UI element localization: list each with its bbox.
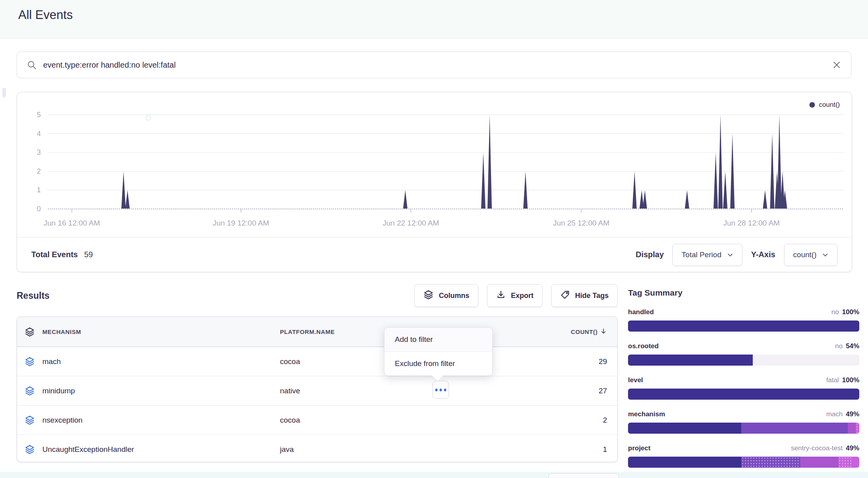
- svg-text:5: 5: [37, 111, 41, 119]
- platform-cell[interactable]: cocoa: [280, 416, 470, 425]
- tag-bar-segment[interactable]: [852, 457, 859, 468]
- tag-bar-segment[interactable]: [800, 457, 838, 468]
- row-actions-button[interactable]: [432, 381, 449, 399]
- tag-top-value: mach: [826, 410, 843, 418]
- search-input[interactable]: event.type:error handled:no level:fatal: [43, 61, 832, 70]
- tag-bar-segment[interactable]: [741, 423, 848, 434]
- display-label: Display: [636, 250, 664, 259]
- tag-entry-level: level fatal100%: [628, 376, 859, 400]
- count-cell: 27: [470, 387, 617, 395]
- button-label: Columns: [439, 292, 469, 300]
- tag-name: project: [628, 444, 651, 452]
- total-events-label: Total Events: [31, 250, 78, 259]
- tag-summary-title: Tag Summary: [628, 288, 859, 298]
- tag-bar-segment[interactable]: [628, 321, 859, 332]
- svg-text:Jun 28 12:00 AM: Jun 28 12:00 AM: [723, 219, 780, 227]
- svg-text:Jun 25 12:00 AM: Jun 25 12:00 AM: [553, 219, 609, 227]
- tag-bar-segment[interactable]: [628, 457, 741, 468]
- button-label: Export: [511, 292, 533, 300]
- chart-legend[interactable]: count(): [809, 101, 840, 109]
- search-icon: [27, 60, 37, 70]
- tag-entry-mechanism: mechanism mach49%: [628, 410, 859, 434]
- dot-icon: [435, 389, 438, 391]
- table-row[interactable]: mach cocoa 29: [17, 347, 617, 376]
- menu-item-add-to-filter[interactable]: Add to filter: [385, 328, 492, 352]
- tag-name: mechanism: [628, 410, 665, 418]
- mechanism-cell[interactable]: minidump: [42, 387, 280, 395]
- yaxis-label: Y-Axis: [751, 250, 775, 259]
- stack-icon[interactable]: [17, 327, 42, 337]
- context-menu: Add to filterExclude from filter: [384, 327, 493, 376]
- svg-text:Jun 19 12:00 AM: Jun 19 12:00 AM: [213, 219, 269, 227]
- stack-icon[interactable]: [17, 357, 42, 367]
- tag-name: handled: [628, 308, 654, 316]
- svg-text:Jun 22 12:00 AM: Jun 22 12:00 AM: [383, 219, 439, 227]
- tag-bar-segment[interactable]: [741, 457, 800, 468]
- total-events-value: 59: [84, 250, 93, 259]
- tag-bar: [628, 321, 859, 332]
- columns-button[interactable]: Columns: [414, 284, 478, 307]
- legend-label: count(): [819, 101, 840, 109]
- tag-top-value: sentry-cocoa-test: [791, 444, 843, 452]
- tag-bar-segment[interactable]: [848, 423, 856, 434]
- table-row[interactable]: minidump native 27: [17, 376, 617, 406]
- total-events: Total Events 59: [31, 250, 93, 259]
- chevron-down-icon: [727, 252, 733, 258]
- tag-bar-segment[interactable]: [628, 389, 859, 400]
- dot-icon: [440, 389, 442, 391]
- display-dropdown[interactable]: Total Period: [672, 244, 742, 266]
- column-header-mechanism[interactable]: MECHANISM: [42, 328, 280, 335]
- pagination[interactable]: [548, 473, 619, 478]
- tag-bar-segment[interactable]: [628, 355, 753, 366]
- platform-cell[interactable]: java: [280, 445, 470, 454]
- stack-icon[interactable]: [17, 415, 42, 425]
- results-actions: Columns Export Hide Tags: [414, 284, 618, 307]
- button-label: Hide Tags: [575, 292, 609, 300]
- yaxis-dropdown[interactable]: count(): [784, 244, 838, 266]
- bottom-band: [0, 472, 868, 478]
- stack-icon: [423, 290, 434, 302]
- chart-footer: Total Events 59 Display Total Period Y-A…: [17, 237, 852, 272]
- tag-bar-segment[interactable]: [856, 423, 859, 434]
- table-row[interactable]: UncaughtExceptionHandler java 1: [17, 435, 617, 462]
- tag-bar-segment[interactable]: [628, 423, 741, 434]
- tag-bar-segment[interactable]: [838, 457, 852, 468]
- tag-percent: 100%: [842, 308, 859, 316]
- stack-icon[interactable]: [17, 386, 42, 396]
- tag-entry-handled: handled no100%: [628, 308, 859, 332]
- count-cell: 1: [470, 445, 617, 454]
- mechanism-cell[interactable]: UncaughtExceptionHandler: [42, 445, 280, 454]
- events-chart-card: 012345Jun 16 12:00 AMJun 19 12:00 AMJun …: [17, 92, 852, 272]
- tag-summary: Tag Summary handled no100% os.rooted no5…: [628, 288, 859, 468]
- tag-percent: 54%: [846, 342, 859, 350]
- hide-tags-button[interactable]: Hide Tags: [551, 284, 618, 307]
- yaxis-value: count(): [793, 250, 817, 259]
- dot-icon: [444, 389, 446, 391]
- tag-bar: [628, 457, 859, 468]
- clear-search-icon[interactable]: [832, 60, 841, 70]
- page-title: All Events: [18, 8, 73, 22]
- count-cell: 2: [470, 416, 617, 425]
- tag-bar: [628, 423, 859, 434]
- tag-entry-os-rooted: os.rooted no54%: [628, 342, 859, 366]
- scroll-handle[interactable]: [2, 88, 6, 97]
- legend-dot-icon: [809, 102, 815, 108]
- chevron-down-icon: [822, 252, 828, 258]
- tag-name: level: [628, 376, 643, 384]
- tag-top-value: no: [832, 308, 839, 316]
- sort-desc-icon: [600, 328, 607, 336]
- table-row[interactable]: nsexception cocoa 2: [17, 406, 617, 435]
- tag-bar: [628, 389, 859, 400]
- svg-text:1: 1: [37, 186, 41, 194]
- results-header: Results Columns Export Hide Tags: [17, 283, 618, 309]
- mechanism-cell[interactable]: mach: [42, 357, 280, 366]
- events-chart: 012345Jun 16 12:00 AMJun 19 12:00 AMJun …: [17, 92, 852, 237]
- mechanism-cell[interactable]: nsexception: [42, 416, 280, 425]
- stack-icon[interactable]: [17, 444, 42, 455]
- tag-entry-project: project sentry-cocoa-test49%: [628, 444, 859, 468]
- export-button[interactable]: Export: [487, 284, 542, 307]
- search-bar[interactable]: event.type:error handled:no level:fatal: [17, 51, 851, 78]
- tag-percent: 49%: [846, 410, 859, 418]
- tag-bar: [628, 355, 859, 366]
- all-events-page: All Events event.type:error handled:no l…: [0, 0, 868, 478]
